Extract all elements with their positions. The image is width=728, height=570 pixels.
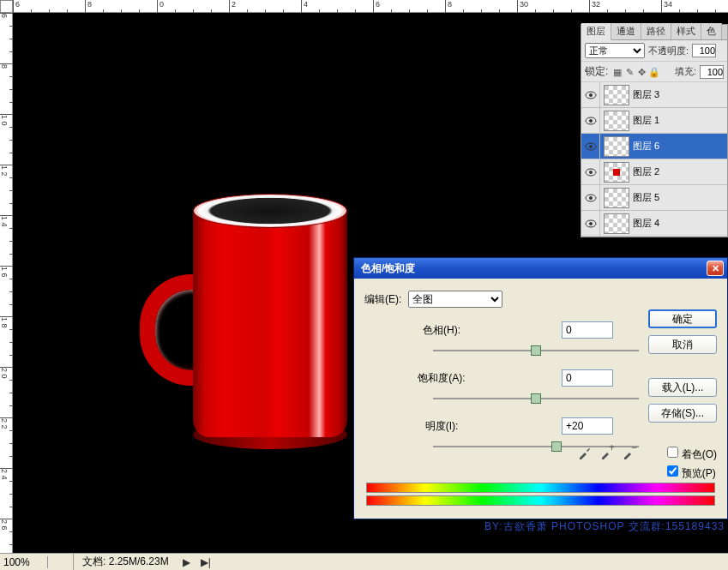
layer-row[interactable]: 图层 1 bbox=[581, 108, 727, 134]
panel-tab-0[interactable]: 图层 bbox=[581, 23, 611, 40]
layer-thumbnail bbox=[604, 162, 629, 183]
layers-panel: 图层通道路径样式色 正常 不透明度: 锁定: ▦✎✥🔒 填充: 图层 3图层 1… bbox=[581, 24, 728, 237]
eyedropper-minus-icon[interactable]: − bbox=[622, 445, 637, 460]
lock-icons[interactable]: ▦✎✥🔒 bbox=[611, 66, 659, 78]
layer-row[interactable]: 图层 6 bbox=[581, 134, 727, 159]
ruler-horizontal: 6802468303234 bbox=[13, 0, 728, 13]
status-menu-icon[interactable]: ▶ bbox=[177, 556, 196, 568]
dialog-titlebar[interactable]: 色相/饱和度 ✕ bbox=[354, 258, 727, 279]
layer-name: 图层 3 bbox=[633, 88, 659, 101]
visibility-toggle[interactable] bbox=[581, 82, 600, 107]
svg-point-5 bbox=[589, 145, 593, 148]
layer-name: 图层 1 bbox=[633, 114, 659, 127]
colorize-checkbox[interactable]: 着色(O) bbox=[667, 447, 717, 462]
panel-tabs: 图层通道路径样式色 bbox=[581, 25, 727, 40]
opacity-label: 不透明度: bbox=[648, 45, 689, 57]
opacity-input[interactable] bbox=[692, 44, 716, 57]
layer-thumbnail bbox=[604, 213, 629, 234]
zoom-level[interactable]: 100% bbox=[0, 556, 48, 568]
saturation-label: 饱和度(A): bbox=[399, 371, 484, 386]
lightness-label: 明度(I): bbox=[399, 419, 484, 434]
status-menu2-icon[interactable]: ▶| bbox=[196, 556, 216, 568]
lightness-input[interactable] bbox=[562, 417, 613, 435]
ruler-vertical: 681 01 21 41 61 82 02 22 42 6 bbox=[0, 13, 13, 553]
layer-name: 图层 5 bbox=[633, 191, 659, 204]
layer-name: 图层 6 bbox=[633, 140, 659, 153]
layer-row[interactable]: 图层 5 bbox=[581, 185, 727, 211]
layer-thumbnail bbox=[604, 188, 629, 208]
svg-point-7 bbox=[589, 171, 593, 174]
visibility-toggle[interactable] bbox=[581, 134, 600, 159]
layer-name: 图层 4 bbox=[633, 217, 659, 230]
ruler-corner bbox=[0, 0, 13, 13]
layer-row[interactable]: 图层 4 bbox=[581, 211, 727, 237]
fill-label: 填充: bbox=[675, 65, 696, 78]
document-info: 文档: 2.25M/6.23M bbox=[74, 555, 177, 569]
panel-tab-1[interactable]: 通道 bbox=[611, 23, 641, 39]
svg-text:+: + bbox=[609, 445, 615, 453]
svg-point-9 bbox=[589, 196, 593, 200]
panel-tab-4[interactable]: 色 bbox=[701, 23, 722, 39]
svg-point-11 bbox=[589, 222, 593, 225]
svg-point-1 bbox=[589, 93, 593, 97]
eyedropper-plus-icon[interactable]: + bbox=[599, 445, 615, 460]
hue-slider[interactable] bbox=[433, 344, 639, 357]
svg-text:−: − bbox=[631, 445, 637, 453]
layer-thumbnail bbox=[604, 85, 629, 105]
status-bar: 100% 文档: 2.25M/6.23M ▶ ▶| bbox=[0, 553, 728, 570]
mug-artwork bbox=[141, 206, 364, 459]
spectrum-bars bbox=[366, 483, 715, 508]
layer-name: 图层 2 bbox=[633, 165, 659, 178]
dialog-title: 色相/饱和度 bbox=[358, 261, 415, 276]
edit-select[interactable]: 全图 bbox=[408, 291, 502, 308]
panel-tab-3[interactable]: 样式 bbox=[671, 23, 701, 39]
cancel-button[interactable]: 取消 bbox=[648, 335, 717, 354]
layer-row[interactable]: 图层 3 bbox=[581, 82, 727, 108]
lock-label: 锁定: bbox=[585, 64, 608, 79]
layer-thumbnail bbox=[604, 111, 629, 131]
hue-label: 色相(H): bbox=[399, 323, 484, 338]
save-button[interactable]: 存储(S)... bbox=[648, 404, 717, 423]
hue-input[interactable] bbox=[562, 321, 613, 339]
visibility-toggle[interactable] bbox=[581, 211, 600, 236]
fill-input[interactable] bbox=[700, 65, 724, 79]
hue-saturation-dialog: 色相/饱和度 ✕ 编辑(E): 全图 色相(H): 饱和度(A): bbox=[353, 257, 728, 519]
eyedropper-icon[interactable] bbox=[577, 445, 593, 460]
layer-row[interactable]: 图层 2 bbox=[581, 159, 727, 185]
visibility-toggle[interactable] bbox=[581, 108, 600, 133]
edit-label: 编辑(E): bbox=[364, 292, 401, 307]
load-button[interactable]: 载入(L)... bbox=[648, 378, 717, 397]
svg-point-3 bbox=[589, 119, 593, 123]
close-button[interactable]: ✕ bbox=[707, 261, 724, 276]
saturation-input[interactable] bbox=[562, 369, 613, 387]
blend-mode-select[interactable]: 正常 bbox=[585, 43, 645, 58]
ok-button[interactable]: 确定 bbox=[648, 309, 717, 328]
saturation-slider[interactable] bbox=[433, 392, 639, 405]
credit-text: BY:古欲香萧 PHOTOSHOP 交流群:155189433 bbox=[484, 519, 725, 534]
layer-thumbnail bbox=[604, 136, 629, 157]
visibility-toggle[interactable] bbox=[581, 185, 600, 210]
eyedropper-tools[interactable]: + − bbox=[577, 445, 637, 460]
panel-tab-2[interactable]: 路径 bbox=[641, 23, 671, 39]
visibility-toggle[interactable] bbox=[581, 159, 600, 184]
preview-checkbox[interactable]: 预览(P) bbox=[667, 465, 717, 481]
